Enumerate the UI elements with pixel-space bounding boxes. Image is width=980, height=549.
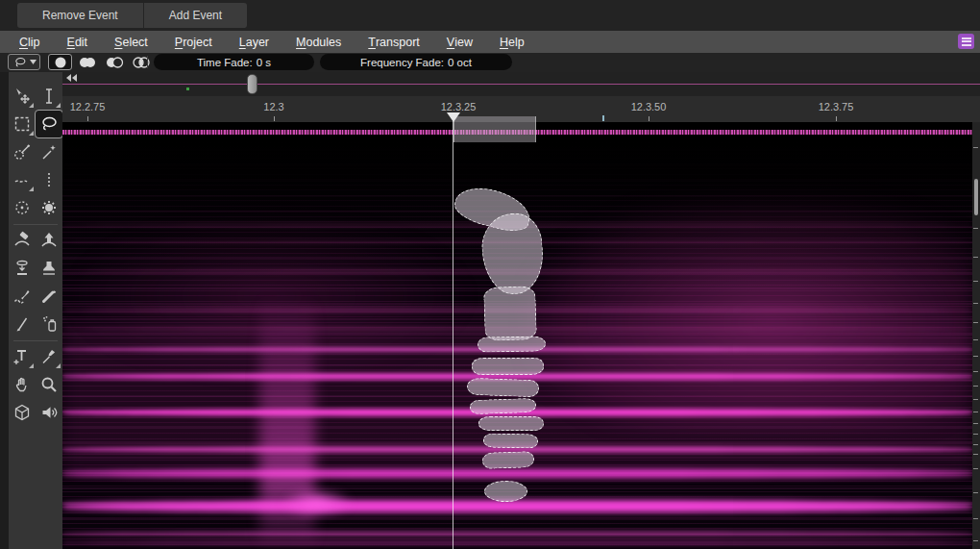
ruler-label: 12.3.75: [819, 101, 854, 112]
selection-region[interactable]: [478, 336, 546, 352]
spectrogram-canvas[interactable]: [62, 142, 972, 549]
dotted-circle-select-tool[interactable]: [9, 194, 36, 221]
left-edge-strip: [0, 72, 9, 549]
caret-down-icon: [30, 60, 37, 64]
frequency-scrollbar-thumb[interactable]: [974, 179, 978, 215]
selection-region[interactable]: [467, 378, 540, 398]
ruler-label: 12.3.50: [631, 101, 667, 112]
magic-wand-tool[interactable]: [36, 138, 62, 165]
freq-tick: [973, 339, 978, 340]
freq-tick: [973, 147, 978, 148]
menu-transport[interactable]: Transport: [355, 31, 433, 53]
intersect-selection-mode-button[interactable]: [129, 54, 153, 70]
selection-brush-icon: [12, 142, 32, 162]
layers-icon[interactable]: [958, 34, 974, 49]
overview-navigator[interactable]: [62, 72, 980, 96]
audio-play-tool[interactable]: [36, 399, 62, 426]
eraser-tool[interactable]: [9, 227, 36, 254]
subtract-selection-mode-button[interactable]: [102, 54, 126, 70]
tool-grid: [9, 83, 62, 427]
new-selection-mode-button[interactable]: [48, 54, 72, 70]
press-down-icon: [12, 259, 32, 278]
ibeam-cursor-tool[interactable]: [36, 83, 62, 110]
menu-help[interactable]: Help: [486, 31, 538, 53]
selection-mode-group: [48, 54, 153, 70]
rewind-icon[interactable]: [64, 73, 78, 83]
freq-tick: [973, 257, 978, 258]
menu-project[interactable]: Project: [161, 31, 226, 53]
freq-tick: [973, 371, 978, 372]
lasso-tool-dropdown[interactable]: [8, 54, 40, 70]
knife-tool[interactable]: [9, 311, 36, 337]
selection-region[interactable]: [478, 416, 544, 431]
menu-edit[interactable]: Edit: [54, 31, 102, 53]
clone-stamp-icon: [39, 259, 59, 278]
freq-tick: [973, 423, 978, 424]
navigator-scroll-handle[interactable]: [247, 74, 257, 94]
cube-3d-tool[interactable]: [9, 399, 36, 426]
add-selection-mode-button[interactable]: [75, 54, 99, 70]
press-down-tool[interactable]: [9, 255, 36, 282]
menu-layer[interactable]: Layer: [226, 31, 282, 53]
extract-up-tool[interactable]: [36, 227, 62, 254]
add-event-button[interactable]: Add Event: [144, 3, 247, 28]
ruler-tick: [649, 116, 649, 121]
eyedropper-tool[interactable]: [36, 343, 62, 370]
harmonic-band: [62, 469, 972, 478]
eraser-icon: [12, 231, 32, 250]
frequency-fade-field[interactable]: Frequency Fade:0 oct: [320, 54, 512, 70]
lasso-icon: [39, 114, 59, 134]
toolbar-separator: [147, 56, 148, 68]
marker-tool[interactable]: [36, 283, 62, 310]
menu-view[interactable]: View: [433, 31, 486, 53]
freq-tick: [973, 454, 978, 455]
knife-icon: [12, 314, 32, 334]
burst-icon: [39, 198, 59, 217]
speaker-icon: [39, 403, 59, 422]
time-fade-field[interactable]: Time Fade:0 s: [154, 54, 314, 70]
playhead-line[interactable]: [453, 112, 453, 549]
clone-stamp-tool[interactable]: [36, 255, 62, 282]
lasso-select-tool[interactable]: [36, 111, 62, 137]
freq-tick: [973, 434, 978, 435]
vertical-band-select-tool[interactable]: [36, 166, 62, 193]
menu-select[interactable]: Select: [101, 31, 161, 53]
freq-tick: [973, 303, 978, 304]
horizontal-band-select-tool[interactable]: [9, 166, 36, 193]
selection-region[interactable]: [482, 451, 535, 469]
heal-tool[interactable]: [9, 283, 36, 310]
freq-tick: [973, 492, 978, 493]
move-tool[interactable]: [9, 83, 36, 110]
tool-group-divider: [13, 340, 58, 341]
frequency-ruler[interactable]: [972, 122, 980, 549]
selection-region[interactable]: [470, 398, 536, 414]
freq-tick: [973, 518, 978, 519]
zoom-tool[interactable]: [36, 371, 62, 398]
selection-region[interactable]: [483, 286, 537, 341]
burst-select-tool[interactable]: [36, 194, 62, 221]
spray-tool[interactable]: [36, 311, 62, 337]
intersect-selection-icon: [131, 55, 152, 70]
harmonic-band: [62, 531, 972, 537]
event-button-group: Remove Event Add Event: [17, 3, 247, 28]
selection-region[interactable]: [472, 358, 544, 375]
time-selection-overlay[interactable]: [453, 116, 536, 142]
selection-brush-tool[interactable]: [9, 138, 36, 165]
heal-icon: [12, 287, 32, 306]
menu-modules[interactable]: Modules: [282, 31, 355, 53]
magic-wand-icon: [39, 142, 59, 162]
freq-tick: [973, 322, 978, 323]
selection-region[interactable]: [483, 434, 538, 449]
text-tool[interactable]: [9, 343, 36, 370]
rectangle-select-tool[interactable]: [9, 111, 36, 137]
freq-tick: [973, 399, 978, 400]
spray-icon: [39, 314, 59, 334]
selection-region[interactable]: [484, 481, 527, 502]
remove-event-button[interactable]: Remove Event: [17, 3, 144, 28]
hand-pan-tool[interactable]: [9, 371, 36, 398]
playhead-triangle[interactable]: [447, 112, 460, 122]
menu-clip[interactable]: Clip: [6, 31, 54, 53]
ruler-tick: [274, 116, 275, 121]
vertical-band-icon: [39, 170, 59, 189]
tool-group-divider: [13, 224, 58, 225]
